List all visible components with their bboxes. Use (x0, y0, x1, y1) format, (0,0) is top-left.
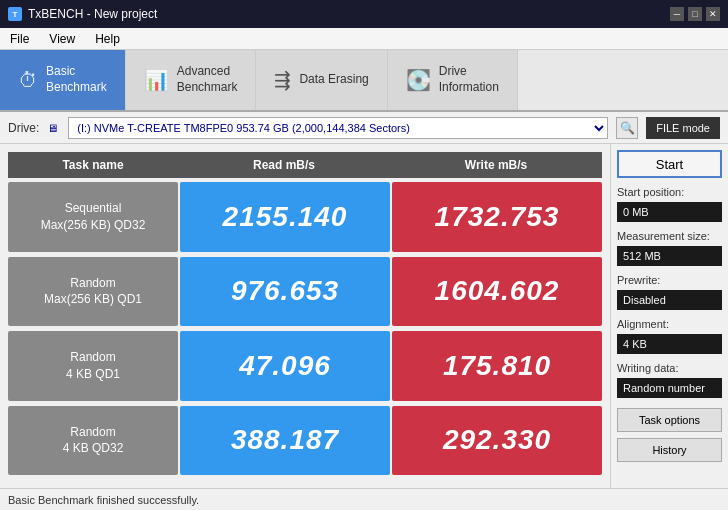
tab-basic-benchmark[interactable]: ⏱ BasicBenchmark (0, 50, 126, 110)
prewrite-value: Disabled (617, 290, 722, 310)
app-icon: T (8, 7, 22, 21)
file-mode-button[interactable]: FILE mode (646, 117, 720, 139)
tab-advanced-benchmark[interactable]: 📊 AdvancedBenchmark (126, 50, 257, 110)
tab-drive-information[interactable]: 💽 DriveInformation (388, 50, 518, 110)
tab-drive-information-label: DriveInformation (439, 64, 499, 95)
titlebar: T TxBENCH - New project ─ □ ✕ (0, 0, 728, 28)
benchmark-area: Task name Read mB/s Write mB/s Sequentia… (0, 144, 610, 488)
drive-icon: 🖥 (47, 122, 58, 134)
row-label-2: Random4 KB QD1 (8, 331, 178, 400)
tab-data-erasing-label: Data Erasing (299, 72, 368, 88)
menu-help[interactable]: Help (91, 30, 124, 48)
measurement-size-label: Measurement size: (617, 230, 722, 242)
status-text: Basic Benchmark finished successfully. (8, 494, 199, 506)
read-cell-2: 47.096 (180, 331, 390, 400)
close-button[interactable]: ✕ (706, 7, 720, 21)
maximize-button[interactable]: □ (688, 7, 702, 21)
advanced-benchmark-icon: 📊 (144, 68, 169, 92)
basic-benchmark-icon: ⏱ (18, 69, 38, 92)
header-task: Task name (8, 154, 178, 176)
task-options-button[interactable]: Task options (617, 408, 722, 432)
start-position-label: Start position: (617, 186, 722, 198)
table-header: Task name Read mB/s Write mB/s (8, 152, 602, 178)
refresh-button[interactable]: 🔍 (616, 117, 638, 139)
writing-data-label: Writing data: (617, 362, 722, 374)
alignment-label: Alignment: (617, 318, 722, 330)
menu-file[interactable]: File (6, 30, 33, 48)
prewrite-label: Prewrite: (617, 274, 722, 286)
table-row: SequentialMax(256 KB) QD32 2155.140 1732… (8, 182, 602, 251)
start-button[interactable]: Start (617, 150, 722, 178)
write-cell-1: 1604.602 (392, 257, 602, 326)
read-cell-1: 976.653 (180, 257, 390, 326)
write-cell-0: 1732.753 (392, 182, 602, 251)
window-controls[interactable]: ─ □ ✕ (670, 7, 720, 21)
drive-row: Drive: 🖥 (I:) NVMe T-CREATE TM8FPE0 953.… (0, 112, 728, 144)
drive-select[interactable]: (I:) NVMe T-CREATE TM8FPE0 953.74 GB (2,… (68, 117, 608, 139)
read-cell-0: 2155.140 (180, 182, 390, 251)
measurement-size-value: 512 MB (617, 246, 722, 266)
menu-view[interactable]: View (45, 30, 79, 48)
tab-advanced-benchmark-label: AdvancedBenchmark (177, 64, 238, 95)
table-row: Random4 KB QD32 388.187 292.330 (8, 406, 602, 475)
writing-data-value: Random number (617, 378, 722, 398)
row-label-1: RandomMax(256 KB) QD1 (8, 257, 178, 326)
menubar: File View Help (0, 28, 728, 50)
read-cell-3: 388.187 (180, 406, 390, 475)
table-row: Random4 KB QD1 47.096 175.810 (8, 331, 602, 400)
row-label-3: Random4 KB QD32 (8, 406, 178, 475)
statusbar: Basic Benchmark finished successfully. (0, 488, 728, 510)
drive-label: Drive: (8, 121, 39, 135)
header-read: Read mB/s (178, 154, 390, 176)
row-label-0: SequentialMax(256 KB) QD32 (8, 182, 178, 251)
alignment-value: 4 KB (617, 334, 722, 354)
history-button[interactable]: History (617, 438, 722, 462)
write-cell-2: 175.810 (392, 331, 602, 400)
main-content: Task name Read mB/s Write mB/s Sequentia… (0, 144, 728, 488)
start-position-value: 0 MB (617, 202, 722, 222)
write-cell-3: 292.330 (392, 406, 602, 475)
header-write: Write mB/s (390, 154, 602, 176)
titlebar-title: TxBENCH - New project (28, 7, 157, 21)
right-panel: Start Start position: 0 MB Measurement s… (610, 144, 728, 488)
tab-basic-benchmark-label: BasicBenchmark (46, 64, 107, 95)
drive-information-icon: 💽 (406, 68, 431, 92)
table-row: RandomMax(256 KB) QD1 976.653 1604.602 (8, 257, 602, 326)
tab-data-erasing[interactable]: ⇶ Data Erasing (256, 50, 387, 110)
data-erasing-icon: ⇶ (274, 68, 291, 92)
minimize-button[interactable]: ─ (670, 7, 684, 21)
toolbar: ⏱ BasicBenchmark 📊 AdvancedBenchmark ⇶ D… (0, 50, 728, 112)
